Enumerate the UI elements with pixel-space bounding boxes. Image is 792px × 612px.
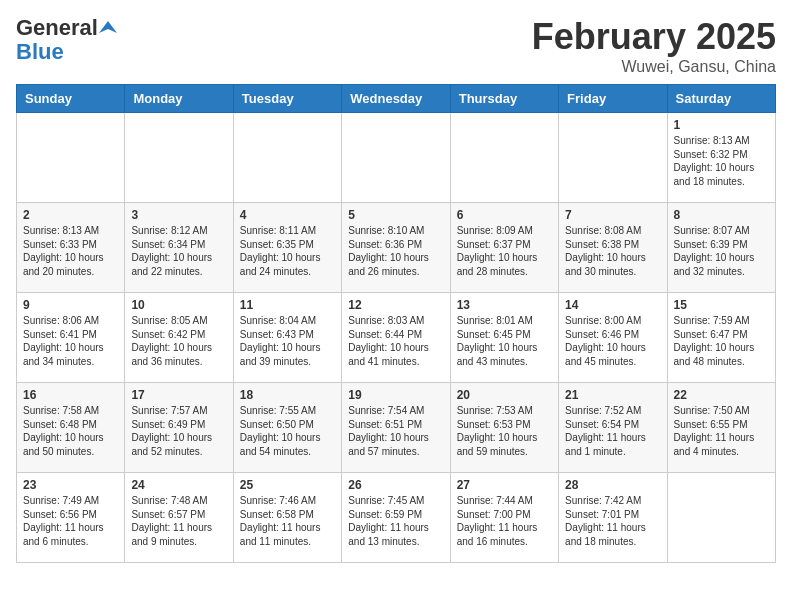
day-number: 24 — [131, 478, 226, 492]
calendar-cell: 18Sunrise: 7:55 AM Sunset: 6:50 PM Dayli… — [233, 383, 341, 473]
calendar-cell — [667, 473, 775, 563]
day-number: 11 — [240, 298, 335, 312]
title-block: February 2025 Wuwei, Gansu, China — [532, 16, 776, 76]
calendar-table: SundayMondayTuesdayWednesdayThursdayFrid… — [16, 84, 776, 563]
day-detail: Sunrise: 8:09 AM Sunset: 6:37 PM Dayligh… — [457, 224, 552, 278]
weekday-header-wednesday: Wednesday — [342, 85, 450, 113]
weekday-header-monday: Monday — [125, 85, 233, 113]
calendar-cell: 23Sunrise: 7:49 AM Sunset: 6:56 PM Dayli… — [17, 473, 125, 563]
day-detail: Sunrise: 8:13 AM Sunset: 6:33 PM Dayligh… — [23, 224, 118, 278]
day-number: 2 — [23, 208, 118, 222]
day-number: 5 — [348, 208, 443, 222]
weekday-header-friday: Friday — [559, 85, 667, 113]
day-number: 12 — [348, 298, 443, 312]
calendar-cell: 4Sunrise: 8:11 AM Sunset: 6:35 PM Daylig… — [233, 203, 341, 293]
logo-bird-icon — [99, 19, 117, 37]
day-detail: Sunrise: 8:01 AM Sunset: 6:45 PM Dayligh… — [457, 314, 552, 368]
calendar-week-row: 16Sunrise: 7:58 AM Sunset: 6:48 PM Dayli… — [17, 383, 776, 473]
logo-general-text: General — [16, 16, 98, 40]
day-detail: Sunrise: 8:10 AM Sunset: 6:36 PM Dayligh… — [348, 224, 443, 278]
calendar-cell: 3Sunrise: 8:12 AM Sunset: 6:34 PM Daylig… — [125, 203, 233, 293]
day-detail: Sunrise: 8:05 AM Sunset: 6:42 PM Dayligh… — [131, 314, 226, 368]
day-detail: Sunrise: 8:06 AM Sunset: 6:41 PM Dayligh… — [23, 314, 118, 368]
calendar-week-row: 2Sunrise: 8:13 AM Sunset: 6:33 PM Daylig… — [17, 203, 776, 293]
page-header: General Blue February 2025 Wuwei, Gansu,… — [16, 16, 776, 76]
logo: General Blue — [16, 16, 117, 64]
calendar-cell: 21Sunrise: 7:52 AM Sunset: 6:54 PM Dayli… — [559, 383, 667, 473]
calendar-cell: 25Sunrise: 7:46 AM Sunset: 6:58 PM Dayli… — [233, 473, 341, 563]
calendar-cell: 22Sunrise: 7:50 AM Sunset: 6:55 PM Dayli… — [667, 383, 775, 473]
day-number: 3 — [131, 208, 226, 222]
day-number: 27 — [457, 478, 552, 492]
location-text: Wuwei, Gansu, China — [532, 58, 776, 76]
day-number: 9 — [23, 298, 118, 312]
day-number: 23 — [23, 478, 118, 492]
day-number: 10 — [131, 298, 226, 312]
day-detail: Sunrise: 7:50 AM Sunset: 6:55 PM Dayligh… — [674, 404, 769, 458]
calendar-cell: 19Sunrise: 7:54 AM Sunset: 6:51 PM Dayli… — [342, 383, 450, 473]
calendar-week-row: 23Sunrise: 7:49 AM Sunset: 6:56 PM Dayli… — [17, 473, 776, 563]
day-number: 28 — [565, 478, 660, 492]
calendar-cell: 10Sunrise: 8:05 AM Sunset: 6:42 PM Dayli… — [125, 293, 233, 383]
day-number: 13 — [457, 298, 552, 312]
day-detail: Sunrise: 7:54 AM Sunset: 6:51 PM Dayligh… — [348, 404, 443, 458]
day-number: 1 — [674, 118, 769, 132]
day-detail: Sunrise: 7:59 AM Sunset: 6:47 PM Dayligh… — [674, 314, 769, 368]
calendar-cell: 2Sunrise: 8:13 AM Sunset: 6:33 PM Daylig… — [17, 203, 125, 293]
day-detail: Sunrise: 7:42 AM Sunset: 7:01 PM Dayligh… — [565, 494, 660, 548]
calendar-cell: 8Sunrise: 8:07 AM Sunset: 6:39 PM Daylig… — [667, 203, 775, 293]
calendar-cell: 16Sunrise: 7:58 AM Sunset: 6:48 PM Dayli… — [17, 383, 125, 473]
day-detail: Sunrise: 8:11 AM Sunset: 6:35 PM Dayligh… — [240, 224, 335, 278]
weekday-header-row: SundayMondayTuesdayWednesdayThursdayFrid… — [17, 85, 776, 113]
day-number: 14 — [565, 298, 660, 312]
weekday-header-saturday: Saturday — [667, 85, 775, 113]
calendar-cell — [17, 113, 125, 203]
day-number: 18 — [240, 388, 335, 402]
month-title: February 2025 — [532, 16, 776, 58]
day-detail: Sunrise: 7:48 AM Sunset: 6:57 PM Dayligh… — [131, 494, 226, 548]
logo-blue-text: Blue — [16, 40, 64, 64]
day-detail: Sunrise: 8:13 AM Sunset: 6:32 PM Dayligh… — [674, 134, 769, 188]
calendar-cell: 15Sunrise: 7:59 AM Sunset: 6:47 PM Dayli… — [667, 293, 775, 383]
day-number: 22 — [674, 388, 769, 402]
day-detail: Sunrise: 8:08 AM Sunset: 6:38 PM Dayligh… — [565, 224, 660, 278]
calendar-cell: 13Sunrise: 8:01 AM Sunset: 6:45 PM Dayli… — [450, 293, 558, 383]
day-detail: Sunrise: 7:46 AM Sunset: 6:58 PM Dayligh… — [240, 494, 335, 548]
day-detail: Sunrise: 8:00 AM Sunset: 6:46 PM Dayligh… — [565, 314, 660, 368]
day-detail: Sunrise: 7:57 AM Sunset: 6:49 PM Dayligh… — [131, 404, 226, 458]
calendar-cell: 20Sunrise: 7:53 AM Sunset: 6:53 PM Dayli… — [450, 383, 558, 473]
calendar-week-row: 1Sunrise: 8:13 AM Sunset: 6:32 PM Daylig… — [17, 113, 776, 203]
weekday-header-tuesday: Tuesday — [233, 85, 341, 113]
calendar-cell: 1Sunrise: 8:13 AM Sunset: 6:32 PM Daylig… — [667, 113, 775, 203]
svg-marker-0 — [99, 21, 117, 33]
calendar-cell — [450, 113, 558, 203]
day-number: 4 — [240, 208, 335, 222]
day-number: 8 — [674, 208, 769, 222]
day-detail: Sunrise: 7:53 AM Sunset: 6:53 PM Dayligh… — [457, 404, 552, 458]
day-detail: Sunrise: 7:49 AM Sunset: 6:56 PM Dayligh… — [23, 494, 118, 548]
calendar-cell — [233, 113, 341, 203]
day-number: 19 — [348, 388, 443, 402]
calendar-cell: 12Sunrise: 8:03 AM Sunset: 6:44 PM Dayli… — [342, 293, 450, 383]
calendar-cell: 6Sunrise: 8:09 AM Sunset: 6:37 PM Daylig… — [450, 203, 558, 293]
weekday-header-sunday: Sunday — [17, 85, 125, 113]
calendar-cell: 5Sunrise: 8:10 AM Sunset: 6:36 PM Daylig… — [342, 203, 450, 293]
weekday-header-thursday: Thursday — [450, 85, 558, 113]
day-number: 16 — [23, 388, 118, 402]
calendar-cell — [125, 113, 233, 203]
calendar-cell: 9Sunrise: 8:06 AM Sunset: 6:41 PM Daylig… — [17, 293, 125, 383]
day-number: 21 — [565, 388, 660, 402]
day-number: 7 — [565, 208, 660, 222]
day-number: 26 — [348, 478, 443, 492]
day-number: 20 — [457, 388, 552, 402]
day-detail: Sunrise: 7:55 AM Sunset: 6:50 PM Dayligh… — [240, 404, 335, 458]
day-detail: Sunrise: 7:45 AM Sunset: 6:59 PM Dayligh… — [348, 494, 443, 548]
calendar-cell: 17Sunrise: 7:57 AM Sunset: 6:49 PM Dayli… — [125, 383, 233, 473]
calendar-cell: 26Sunrise: 7:45 AM Sunset: 6:59 PM Dayli… — [342, 473, 450, 563]
day-detail: Sunrise: 7:44 AM Sunset: 7:00 PM Dayligh… — [457, 494, 552, 548]
day-detail: Sunrise: 8:12 AM Sunset: 6:34 PM Dayligh… — [131, 224, 226, 278]
day-detail: Sunrise: 8:04 AM Sunset: 6:43 PM Dayligh… — [240, 314, 335, 368]
day-number: 25 — [240, 478, 335, 492]
day-number: 15 — [674, 298, 769, 312]
calendar-cell: 24Sunrise: 7:48 AM Sunset: 6:57 PM Dayli… — [125, 473, 233, 563]
